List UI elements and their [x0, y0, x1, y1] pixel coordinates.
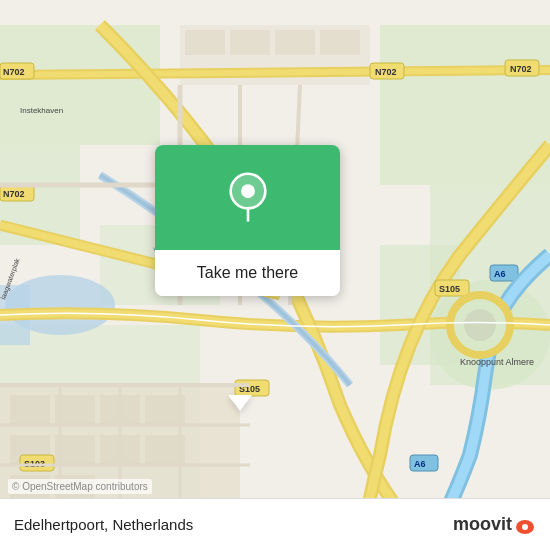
- map-attribution: © OpenStreetMap contributors: [8, 479, 152, 494]
- svg-text:N702: N702: [3, 189, 25, 199]
- popup-header: [155, 145, 340, 250]
- svg-text:A6: A6: [494, 269, 506, 279]
- svg-text:S105: S105: [439, 284, 460, 294]
- popup-card: Take me there: [155, 145, 340, 296]
- svg-rect-12: [10, 395, 50, 425]
- svg-rect-24: [230, 30, 270, 55]
- popup-arrow: [228, 395, 252, 411]
- svg-point-56: [522, 524, 528, 530]
- svg-text:Instekhaven: Instekhaven: [20, 106, 63, 115]
- location-pin-icon: [222, 172, 274, 224]
- moovit-logo: moovit: [453, 514, 536, 536]
- map-container: N702 N702 N702 N702 S105 S105 A6 A6 S103…: [0, 0, 550, 550]
- svg-rect-25: [275, 30, 315, 55]
- moovit-icon: [514, 514, 536, 536]
- svg-text:A6: A6: [414, 459, 426, 469]
- location-info: Edelhertpoort, Netherlands: [14, 516, 193, 533]
- svg-point-53: [241, 184, 255, 198]
- moovit-text: moovit: [453, 514, 512, 535]
- svg-point-37: [464, 309, 496, 341]
- svg-rect-3: [380, 25, 550, 185]
- svg-text:Knooppunt Almere: Knooppunt Almere: [460, 357, 534, 367]
- svg-text:N702: N702: [3, 67, 25, 77]
- svg-rect-26: [320, 30, 360, 55]
- take-me-there-button[interactable]: Take me there: [155, 250, 340, 296]
- bottom-bar: Edelhertpoort, Netherlands moovit: [0, 498, 550, 550]
- svg-rect-1: [0, 25, 160, 145]
- svg-rect-23: [185, 30, 225, 55]
- location-name: Edelhertpoort, Netherlands: [14, 516, 193, 533]
- svg-text:N702: N702: [510, 64, 532, 74]
- svg-text:N702: N702: [375, 67, 397, 77]
